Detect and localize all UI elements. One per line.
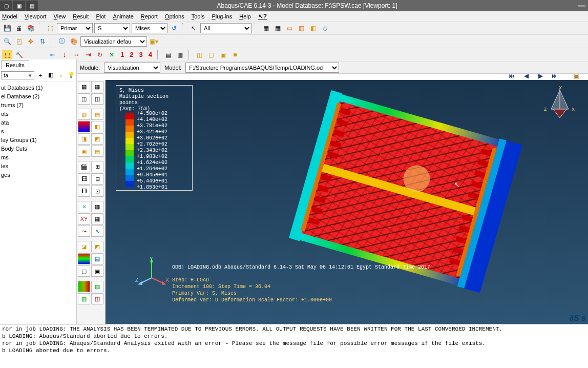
render-shaded-icon[interactable]: ◧ [308,23,318,33]
table-icon[interactable]: ▦ [91,201,103,212]
window-button[interactable]: ▣ [13,1,25,11]
print-icon[interactable]: 🖨 [14,23,24,33]
viewport-copy-icon[interactable]: ▦ [272,23,283,33]
plot-icon[interactable]: ⤳ [78,226,90,237]
palette-icon[interactable]: ▤ [91,146,103,157]
zoom-box-icon[interactable]: ◰ [14,36,24,47]
frame-step-icon[interactable]: ↕ [59,50,70,60]
next-frame-icon[interactable]: ▶ [535,71,546,81]
display-group-icon[interactable]: ◩ [91,241,103,252]
stream-icon[interactable] [78,281,90,292]
table-icon[interactable]: ▦ [91,213,103,224]
variable-select[interactable]: S [94,23,130,33]
contour-icon[interactable]: ▤ [91,253,103,264]
last-frame-icon[interactable]: ⏭ [549,71,560,81]
menu-report[interactable]: Report [141,13,158,19]
hammer-icon[interactable]: 🔨 [14,50,24,60]
palette-icon[interactable]: ⊡ [91,186,103,197]
hatch-icon[interactable]: ▤ [163,50,174,60]
menu-options[interactable]: Options [165,13,184,19]
palette-icon[interactable]: ◫ [91,93,103,105]
cut-icon[interactable]: ▣ [91,265,103,277]
invariant-select[interactable]: Mises [132,23,167,33]
first-frame-icon[interactable]: ⏮ [506,71,517,81]
save-icon[interactable]: 💾 [2,23,12,33]
message-area[interactable]: ror in job LOADING: THE ANALYSIS HAS BEE… [0,324,588,368]
xy-data-icon[interactable]: XY [78,213,90,224]
viewport-link-icon[interactable]: ▦ [261,23,271,33]
frame-last-icon[interactable]: ⇥ [83,50,93,60]
window-button[interactable]: ▢ [0,1,12,11]
box-hidden-icon[interactable]: ▢ [206,50,217,60]
expand-icon[interactable]: ÷ [36,71,45,79]
view-triad[interactable]: Y Z X [542,86,578,122]
tree-item[interactable]: Body Cuts [1,145,75,153]
palette-icon[interactable]: ▦ [91,81,103,92]
view-2[interactable]: 2 [128,51,135,58]
ply-icon[interactable]: ▥ [78,293,90,304]
collapse-icon[interactable]: ◧ [47,71,55,79]
menu-plugins[interactable]: Plug-ins [212,13,232,19]
frame-first-icon[interactable]: ⇤ [48,50,58,60]
spectrum-icon[interactable] [78,253,90,264]
box-wire-icon[interactable]: ◫ [195,50,205,60]
context-help-icon[interactable]: ↖? [258,13,267,20]
tree-item[interactable]: ms [1,153,75,162]
hatch-alt-icon[interactable]: ▥ [175,50,185,60]
movie-icon[interactable]: 🎬 [78,161,90,172]
film-icon[interactable]: 🎞 [78,173,90,185]
tree-item[interactable]: el Database (2) [1,92,75,101]
tree-item[interactable]: ges [1,171,75,179]
filter-icon[interactable]: ⬨ [57,71,65,79]
tree-item[interactable]: ata [1,118,75,127]
info-icon[interactable]: ⓘ [57,36,67,47]
tree-item[interactable]: ots [1,110,75,118]
box-shaded-icon[interactable]: ▣ [218,50,228,60]
palette-icon[interactable]: 🎨 [69,36,79,47]
menu-animate[interactable]: Animate [113,13,133,19]
tree-item[interactable]: ut Databases (1) [1,84,75,92]
model-select[interactable]: F:/Structure Programes/ABAQUS/Temp/LOADI… [185,63,339,73]
results-tab[interactable]: Results [1,60,29,69]
cube-dropdown-icon[interactable]: ▣▾ [149,36,159,47]
selection-filter-select[interactable]: All [200,23,251,33]
palette-icon[interactable]: ▣ [78,146,90,157]
palette-icon[interactable]: ⊟ [91,173,103,185]
tree-item[interactable]: trums (7) [1,101,75,110]
palette-icon[interactable]: ▤ [91,109,103,120]
prev-frame-icon[interactable]: ◀ [520,71,532,81]
palette-icon[interactable]: ◫ [78,93,90,105]
palette-icon[interactable]: ◨ [78,133,90,145]
minimize-button[interactable]: — [576,2,588,10]
tree-item[interactable]: lay Groups (1) [1,136,75,145]
zoom-icon[interactable]: 🔍 [2,36,12,47]
render-partition-icon[interactable]: ▥ [296,23,306,33]
surface-icon[interactable]: ▤ [91,281,103,292]
cycle-views-icon[interactable]: ⇅ [37,36,48,47]
render-box-icon[interactable]: ▭ [284,23,295,33]
pan-icon[interactable]: ✥ [26,36,36,47]
select-arrow-icon[interactable]: ↖ [188,23,199,33]
data-dropdown[interactable]: ta [1,71,34,79]
menu-model[interactable]: Model [2,13,17,19]
module-select[interactable]: Visualization [104,63,160,73]
ideas-icon[interactable]: 💡 [67,71,75,79]
results-tree[interactable]: ut Databases (1) el Database (2) trums (… [0,81,76,181]
window-button[interactable]: ▤ [26,1,38,11]
film-icon[interactable]: 🎞 [78,186,90,197]
menu-viewport[interactable]: Viewport [25,13,47,19]
triad-icon[interactable]: ⤧ [107,50,117,60]
series-icon[interactable]: ∿ [91,226,103,237]
palette-icon[interactable]: ◧ [91,121,103,132]
display-group-icon[interactable]: ◪ [78,241,90,252]
books-icon[interactable]: 📚 [26,23,36,33]
menu-view[interactable]: View [54,13,66,19]
frame-range-icon[interactable]: ↔ [71,50,81,60]
tree-item[interactable]: ies [1,162,75,171]
view-1[interactable]: 1 [118,51,126,58]
view-4[interactable]: 4 [146,51,154,58]
query-icon[interactable]: ⬚ [2,50,12,60]
camera-icon[interactable]: ▣ [571,71,582,81]
primary-select[interactable]: Primary [57,23,93,33]
palette-icon[interactable] [78,121,90,132]
